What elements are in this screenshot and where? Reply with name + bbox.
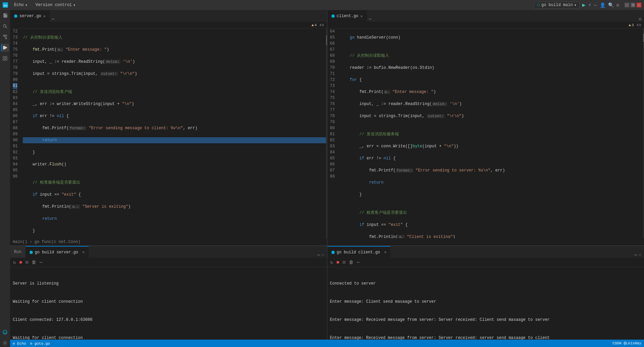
svg-marker-11 [4, 46, 7, 49]
right-code-area: go handleServer(conn) // 从控制台读取输入 reader… [339, 29, 644, 238]
svg-line-6 [6, 27, 7, 28]
right-editor-pane: client.go ✕ ⋯ ⊡ ▲ 3 ∧ ∨ [327, 10, 644, 246]
search-global-icon[interactable] [1, 22, 9, 30]
nav-down-left[interactable]: ∨ [322, 22, 324, 28]
clear-output-right[interactable]: 🗑 [348, 259, 355, 266]
scroll-lock-left[interactable]: ⊟ [24, 259, 29, 266]
left-code-area: // 从控制台读取输入 fmt.Print(a… "Enter message:… [21, 29, 327, 238]
nav-up-left[interactable]: ∧ [319, 22, 322, 28]
nav-down-right[interactable]: ∨ [639, 22, 641, 28]
search-icon-title[interactable]: 🔍 [608, 2, 614, 8]
panel-minimize-right[interactable]: − [639, 252, 641, 258]
source-control-icon[interactable] [1, 33, 9, 41]
left-editor-pane: server.go ✕ ⋯ ▲ 4 ∧ ∨ [10, 10, 327, 246]
left-panel-output: Server is listening Waiting for client c… [10, 267, 327, 340]
svg-rect-13 [5, 56, 7, 58]
client-go-tab[interactable]: client.go ✕ [327, 10, 367, 22]
server-build-tab[interactable]: go build server.go ✕ [25, 246, 89, 258]
editor-area: server.go ✕ ⋯ ▲ 4 ∧ ∨ [10, 10, 644, 347]
go-plugin-icon[interactable]: Go [1, 328, 9, 336]
status-echo[interactable]: ⊘ Echo [13, 341, 26, 346]
client-build-tab[interactable]: go build client.go ✕ [327, 246, 391, 258]
echo-menu[interactable]: Echo ▾ [12, 2, 30, 8]
client-tab-close-panel[interactable]: ✕ [384, 250, 386, 255]
tab-filename: server.go [19, 14, 41, 18]
title-bar-left: Go Echo ▾ Version control ▾ [3, 2, 77, 8]
status-bar: ⊘ Echo ⊙ goto.go CSDN @LeisNay [10, 340, 644, 347]
extensions-icon[interactable] [1, 54, 9, 62]
status-goto[interactable]: ⊙ goto.go [30, 341, 50, 346]
title-bar-right: ⬡ go build main ▾ ▶ ⚡ ⋯ 👤 🔍 ⚙ — ⧉ ✕ [534, 2, 641, 9]
tab-more-button[interactable]: ⋯ [50, 16, 56, 22]
restart-btn-right[interactable]: ↻ [329, 259, 334, 266]
close-button[interactable]: ✕ [637, 3, 641, 7]
more-actions-right[interactable]: ⋯ [356, 259, 361, 266]
right-split-icon[interactable]: ⊡ [639, 17, 641, 22]
svg-rect-14 [3, 59, 5, 60]
warnings-bar-right: ▲ 3 ∧ ∨ [327, 22, 644, 29]
settings-icon-title[interactable]: ⚙ [616, 2, 619, 8]
svg-rect-12 [3, 56, 5, 58]
right-editor-content: 6465666768 6970717273 7475767778 7980818… [327, 29, 644, 238]
left-panel-toolbar: ↻ ■ ⊟ 🗑 ⋯ [10, 258, 327, 267]
svg-line-10 [4, 36, 6, 38]
files-icon[interactable] [1, 11, 9, 19]
scroll-lock-right[interactable]: ⊟ [341, 259, 346, 266]
left-editor-content: 7273747576 77787980 81 8283848586 878889… [10, 29, 327, 238]
right-tab-bar: client.go ✕ ⋯ ⊡ [327, 10, 644, 22]
right-line-numbers: 6465666768 6970717273 7475767778 7980818… [327, 29, 339, 238]
right-editor-actions: ⊡ [639, 17, 644, 22]
panel-more-left[interactable]: ⋯ [317, 252, 320, 258]
app-logo: Go [3, 2, 8, 8]
client-tab-icon [331, 14, 335, 18]
client-tab-filename: client.go [337, 14, 359, 18]
restore-button[interactable]: ⧉ [631, 3, 635, 7]
svg-text:Go: Go [3, 4, 7, 7]
debug-button[interactable]: ⚡ [588, 2, 591, 8]
svg-point-18 [4, 342, 6, 344]
server-tab-close[interactable]: ✕ [82, 250, 85, 255]
server-go-tab[interactable]: server.go ✕ [10, 10, 50, 22]
status-csdn: CSDN @LeisNay [612, 341, 641, 345]
editors-container: server.go ✕ ⋯ ▲ 4 ∧ ∨ [10, 10, 644, 246]
right-panel-tabs: go build client.go ✕ ⋯ − [327, 246, 644, 258]
panel-minimize-left[interactable]: − [321, 252, 324, 258]
tab-close-button[interactable]: ✕ [43, 14, 46, 19]
clear-output-left[interactable]: 🗑 [31, 259, 37, 266]
tab-file-icon [14, 14, 17, 18]
run-button[interactable]: ▶ [582, 2, 586, 8]
gear-icon[interactable] [1, 339, 9, 347]
left-panel-actions: ⋯ − [317, 252, 327, 258]
more-button[interactable]: ⋯ [594, 2, 597, 8]
run-tab[interactable]: Run [10, 246, 25, 258]
client-tab-icon-panel [331, 251, 335, 254]
run-debug-icon[interactable] [1, 44, 9, 52]
stop-btn-right[interactable]: ■ [335, 259, 340, 266]
panel-more-right[interactable]: ⋯ [634, 252, 637, 258]
version-control-menu[interactable]: Version control ▾ [34, 2, 77, 8]
right-panel-toolbar: ↻ ■ ⊟ 🗑 ⋯ [327, 258, 644, 267]
minimize-button[interactable]: — [625, 3, 629, 7]
right-panel-output: Connected to server Enter message: Clien… [327, 267, 644, 340]
left-tab-bar: server.go ✕ ⋯ [10, 10, 327, 22]
status-bar-right: CSDN @LeisNay [612, 341, 641, 345]
svg-text:Go: Go [4, 332, 6, 334]
restart-btn-left[interactable]: ↻ [12, 259, 17, 266]
nav-up-right[interactable]: ∧ [637, 22, 639, 28]
more-actions-left[interactable]: ⋯ [39, 259, 43, 266]
warning-icon-left: ▲ [312, 23, 314, 27]
svg-rect-15 [5, 59, 7, 60]
svg-point-7 [3, 35, 5, 36]
left-panel-tabs: Run go build server.go ✕ ⋯ − [10, 246, 327, 258]
right-tab-more[interactable]: ⋯ [367, 16, 374, 22]
client-tab-close[interactable]: ✕ [360, 14, 363, 19]
window-controls: — ⧉ ✕ [625, 3, 641, 7]
run-config[interactable]: ⬡ go build main ▾ [534, 2, 580, 9]
server-tab-icon [30, 251, 33, 254]
warning-icon-right: ▲ [629, 23, 631, 27]
account-icon[interactable]: 👤 [600, 2, 605, 8]
warning-count-right: 3 [632, 23, 634, 27]
stop-btn-left[interactable]: ■ [18, 259, 23, 266]
svg-point-5 [3, 24, 6, 27]
left-bottom-panel: Run go build server.go ✕ ⋯ − ↻ [10, 246, 327, 340]
